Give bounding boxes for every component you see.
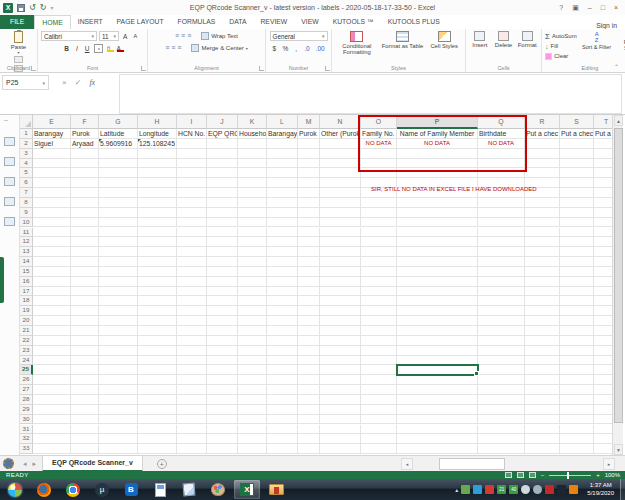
cell-G25[interactable] <box>99 365 138 375</box>
cell-S12[interactable] <box>560 237 594 247</box>
cell-M5[interactable] <box>298 168 320 178</box>
cell-F16[interactable] <box>71 277 99 287</box>
cell-L14[interactable] <box>267 257 298 267</box>
cell-M29[interactable] <box>298 405 320 415</box>
cell-P1[interactable]: Name of Family Member <box>397 129 478 139</box>
cell-M8[interactable] <box>298 198 320 208</box>
cell-H31[interactable] <box>138 425 177 435</box>
cell-P13[interactable] <box>397 247 478 257</box>
cell-M13[interactable] <box>298 247 320 257</box>
cell-M2[interactable] <box>298 139 320 149</box>
cell-T20[interactable] <box>594 316 612 326</box>
row-header-17[interactable]: 17 <box>20 287 33 297</box>
cell-J13[interactable] <box>207 247 238 257</box>
cell-H28[interactable] <box>138 395 177 405</box>
cell-P20[interactable] <box>397 316 478 326</box>
tray-browser-tray-icon[interactable] <box>569 485 578 494</box>
cell-J14[interactable] <box>207 257 238 267</box>
cell-Q16[interactable] <box>478 277 525 287</box>
cell-Q27[interactable] <box>478 385 525 395</box>
cell-K20[interactable] <box>238 316 267 326</box>
cell-L2[interactable] <box>267 139 298 149</box>
cell-H8[interactable] <box>138 198 177 208</box>
cell-I17[interactable] <box>177 287 207 297</box>
cell-M15[interactable] <box>298 267 320 277</box>
cell-R24[interactable] <box>525 356 560 366</box>
cell-P15[interactable] <box>397 267 478 277</box>
column-header-P[interactable]: P <box>397 115 478 129</box>
cell-L8[interactable] <box>267 198 298 208</box>
cell-E27[interactable] <box>33 385 71 395</box>
cell-M32[interactable] <box>298 434 320 444</box>
cell-F4[interactable] <box>71 159 99 169</box>
qat-customize-icon[interactable]: ▾ <box>50 4 53 11</box>
cell-G2[interactable]: 5.9609916 <box>99 139 138 149</box>
cell-G22[interactable] <box>99 336 138 346</box>
cell-Q30[interactable] <box>478 415 525 425</box>
cell-L26[interactable] <box>267 375 298 385</box>
cell-O11[interactable] <box>361 228 397 238</box>
cell-Q31[interactable] <box>478 425 525 435</box>
cell-M9[interactable] <box>298 208 320 218</box>
cell-T9[interactable] <box>594 208 612 218</box>
cell-K5[interactable] <box>238 168 267 178</box>
cell-J17[interactable] <box>207 287 238 297</box>
cell-K24[interactable] <box>238 356 267 366</box>
cell-M25[interactable] <box>298 365 320 375</box>
column-header-L[interactable]: L <box>267 115 298 129</box>
cell-S25[interactable] <box>560 365 594 375</box>
row-header-13[interactable]: 13 <box>20 247 33 257</box>
cell-J28[interactable] <box>207 395 238 405</box>
row-header-12[interactable]: 12 <box>20 237 33 247</box>
cell-O5[interactable] <box>361 168 397 178</box>
cell-R31[interactable] <box>525 425 560 435</box>
cell-T12[interactable] <box>594 237 612 247</box>
cell-I32[interactable] <box>177 434 207 444</box>
cell-E8[interactable] <box>33 198 71 208</box>
cell-F12[interactable] <box>71 237 99 247</box>
cell-H1[interactable]: Longitude <box>138 129 177 139</box>
cell-F31[interactable] <box>71 425 99 435</box>
column-header-J[interactable]: J <box>207 115 238 129</box>
new-sheet-button[interactable]: + <box>157 459 167 469</box>
redo-icon[interactable]: ↻ <box>40 3 47 13</box>
cell-S18[interactable] <box>560 296 594 306</box>
cell-E21[interactable] <box>33 326 71 336</box>
borders-button[interactable] <box>94 44 103 53</box>
taskbar-excel-icon[interactable]: X <box>234 480 260 499</box>
minimize-button[interactable]: – <box>588 4 592 12</box>
column-header-K[interactable]: K <box>238 115 267 129</box>
cell-O10[interactable] <box>361 218 397 228</box>
cell-H25[interactable] <box>138 365 177 375</box>
cell-E33[interactable] <box>33 444 71 454</box>
fill-color-button[interactable]: ▯ <box>105 43 113 53</box>
cell-P19[interactable] <box>397 306 478 316</box>
cell-E22[interactable] <box>33 336 71 346</box>
cell-styles-button[interactable]: Cell Styles <box>426 31 462 49</box>
find-icon[interactable] <box>4 217 15 226</box>
cell-J2[interactable] <box>207 139 238 149</box>
formula-input[interactable] <box>119 74 622 114</box>
cell-K26[interactable] <box>238 375 267 385</box>
align-middle-icon[interactable]: ≡ <box>181 32 185 40</box>
cell-L31[interactable] <box>267 425 298 435</box>
cell-R16[interactable] <box>525 277 560 287</box>
cell-I20[interactable] <box>177 316 207 326</box>
cell-F19[interactable] <box>71 306 99 316</box>
cell-O9[interactable] <box>361 208 397 218</box>
cell-T23[interactable] <box>594 346 612 356</box>
cell-L24[interactable] <box>267 356 298 366</box>
cell-Q24[interactable] <box>478 356 525 366</box>
cell-M10[interactable] <box>298 218 320 228</box>
cell-K3[interactable] <box>238 149 267 159</box>
cell-H22[interactable] <box>138 336 177 346</box>
cell-G16[interactable] <box>99 277 138 287</box>
cell-M21[interactable] <box>298 326 320 336</box>
conditional-formatting-button[interactable]: Conditional Formatting <box>335 31 379 56</box>
row-header-16[interactable]: 16 <box>20 277 33 287</box>
cell-N8[interactable] <box>320 198 361 208</box>
row-header-31[interactable]: 31 <box>20 425 33 435</box>
cell-E29[interactable] <box>33 405 71 415</box>
cell-M24[interactable] <box>298 356 320 366</box>
tab-review[interactable]: REVIEW <box>253 15 294 29</box>
